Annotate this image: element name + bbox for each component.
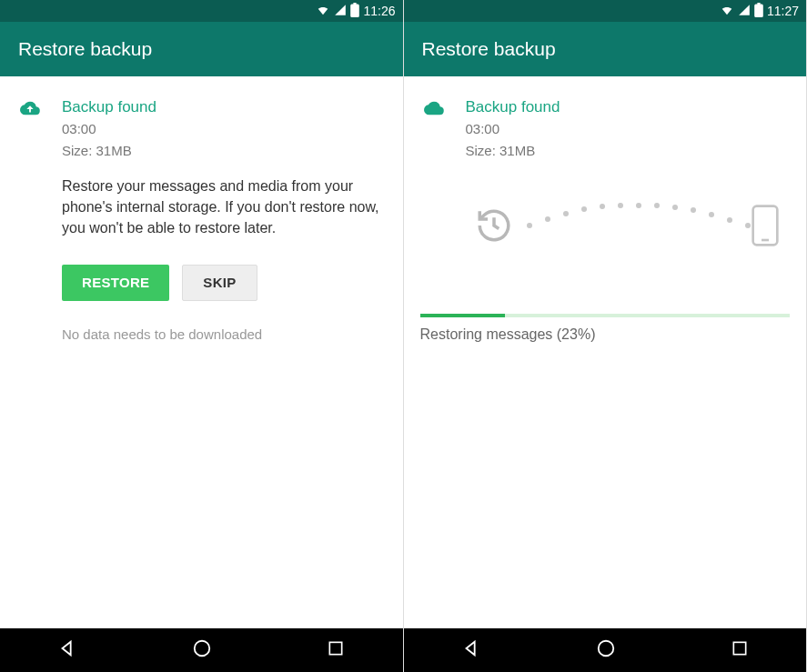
status-bar: 11:27 bbox=[404, 0, 807, 22]
no-download-text: No data needs to be downloaded bbox=[62, 326, 387, 342]
restore-description: Restore your messages and media from you… bbox=[62, 176, 387, 239]
nav-bar bbox=[404, 628, 807, 672]
nav-recent-icon[interactable] bbox=[327, 639, 345, 661]
svg-rect-18 bbox=[733, 642, 745, 654]
backup-time: 03:00 bbox=[466, 120, 791, 138]
wifi-icon bbox=[720, 4, 734, 19]
backup-size: Size: 31MB bbox=[466, 142, 791, 160]
svg-point-5 bbox=[581, 206, 587, 212]
battery-icon bbox=[350, 3, 359, 20]
nav-recent-icon[interactable] bbox=[731, 639, 749, 661]
svg-point-10 bbox=[672, 205, 678, 210]
skip-button[interactable]: SKIP bbox=[182, 265, 257, 301]
restore-graphic bbox=[475, 196, 782, 259]
signal-icon bbox=[334, 4, 347, 19]
battery-icon bbox=[754, 3, 763, 20]
transfer-dots-icon bbox=[520, 203, 757, 230]
svg-point-6 bbox=[600, 204, 605, 209]
svg-point-11 bbox=[691, 207, 696, 213]
backup-found-title: Backup found bbox=[466, 98, 791, 116]
restore-button[interactable]: RESTORE bbox=[62, 265, 169, 301]
svg-point-7 bbox=[618, 203, 623, 208]
backup-found-title: Backup found bbox=[62, 98, 387, 116]
history-icon bbox=[475, 206, 513, 248]
cloud-upload-icon bbox=[16, 98, 44, 342]
status-time: 11:26 bbox=[363, 4, 395, 18]
wifi-icon bbox=[316, 4, 330, 19]
svg-point-8 bbox=[636, 203, 641, 208]
progress-fill bbox=[420, 314, 505, 317]
svg-rect-1 bbox=[330, 642, 342, 654]
nav-home-icon[interactable] bbox=[596, 638, 616, 662]
cloud-icon bbox=[420, 98, 448, 314]
svg-point-2 bbox=[527, 223, 532, 228]
svg-point-9 bbox=[654, 203, 660, 208]
nav-back-icon[interactable] bbox=[461, 638, 481, 662]
backup-time: 03:00 bbox=[62, 120, 387, 138]
screen-restore-progress: 11:27 Restore backup Backup found 03:00 … bbox=[404, 0, 808, 672]
status-bar: 11:26 bbox=[0, 0, 403, 22]
page-title: Restore backup bbox=[18, 38, 152, 59]
svg-point-17 bbox=[598, 641, 613, 657]
app-header: Restore backup bbox=[404, 22, 807, 76]
nav-bar bbox=[0, 628, 403, 672]
nav-home-icon[interactable] bbox=[192, 638, 212, 662]
screen-restore-prompt: 11:26 Restore backup Backup found 03:00 … bbox=[0, 0, 404, 672]
page-title: Restore backup bbox=[422, 38, 556, 59]
nav-back-icon[interactable] bbox=[57, 638, 77, 662]
progress-text: Restoring messages (23%) bbox=[420, 326, 791, 343]
svg-point-12 bbox=[709, 212, 714, 217]
progress-bar bbox=[420, 314, 791, 317]
svg-point-0 bbox=[195, 641, 210, 657]
app-header: Restore backup bbox=[0, 22, 403, 76]
backup-size: Size: 31MB bbox=[62, 142, 387, 160]
svg-point-14 bbox=[745, 223, 751, 228]
status-time: 11:27 bbox=[767, 4, 799, 18]
svg-point-4 bbox=[563, 211, 569, 216]
svg-point-3 bbox=[545, 216, 550, 222]
svg-point-13 bbox=[727, 217, 732, 223]
signal-icon bbox=[738, 4, 751, 19]
